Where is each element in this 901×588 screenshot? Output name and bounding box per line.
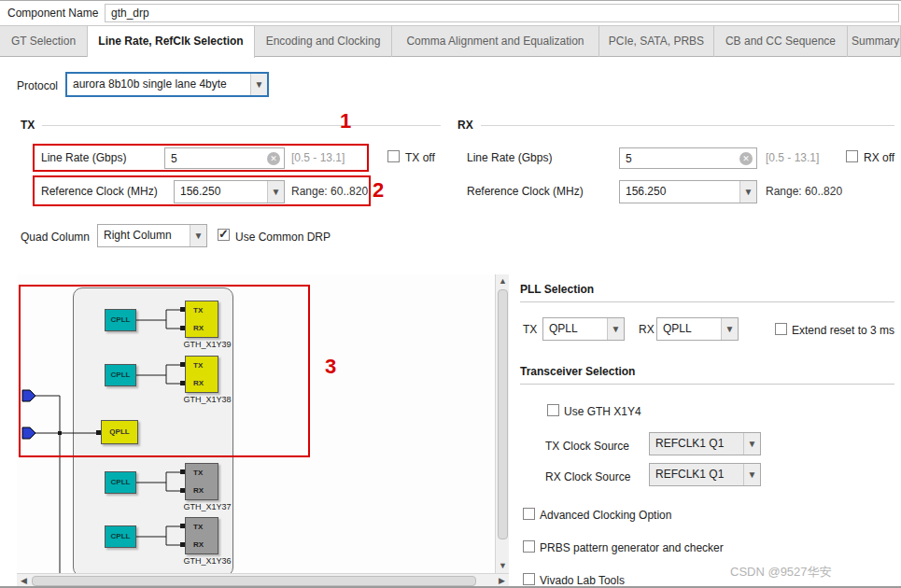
use-common-drp-checkbox[interactable] [218, 229, 230, 241]
gth-lane-label: GTH_X1Y36 [174, 556, 241, 566]
scroll-up-icon[interactable]: ▲ [496, 274, 510, 288]
txrx-block-active[interactable]: TX RX [185, 356, 218, 393]
chevron-down-icon: ▼ [250, 74, 267, 95]
extend-reset-checkbox[interactable] [775, 323, 787, 335]
clear-icon[interactable]: ✕ [739, 152, 753, 165]
chevron-down-icon: ▼ [743, 464, 760, 485]
clear-icon[interactable]: ✕ [267, 152, 280, 165]
tab-encoding-clocking[interactable]: Encoding and Clocking [255, 26, 392, 57]
tx-off-label: TX off [405, 151, 435, 164]
txrx-block-active[interactable]: TX RX [185, 301, 218, 338]
rx-off-checkbox[interactable] [846, 150, 858, 162]
tx-clock-source-label: TX Clock Source [545, 440, 629, 453]
rx-refclk-value: 156.250 [620, 181, 739, 203]
divider [42, 125, 441, 126]
tx-refclk-value: 156.250 [175, 181, 267, 203]
rx-refclk-label: Reference Clock (MHz) [467, 185, 584, 198]
refclk-input-arrow-icons [22, 390, 35, 439]
scroll-right-icon[interactable]: ▶ [495, 574, 509, 588]
prbs-label: PRBS pattern generator and checker [540, 541, 724, 554]
scroll-down-icon[interactable]: ▼ [496, 559, 510, 573]
chevron-down-icon: ▼ [607, 318, 624, 340]
protocol-value: aurora 8b10b single lane 4byte [67, 74, 250, 95]
rx-refclk-select[interactable]: 156.250 ▼ [619, 180, 757, 203]
cpll-block[interactable]: CPLL [105, 309, 136, 331]
chevron-down-icon: ▼ [739, 181, 756, 203]
vivado-lab-tools-checkbox[interactable] [523, 573, 535, 585]
tx-port-label: TX [193, 469, 203, 477]
rx-port-label: RX [193, 379, 204, 387]
cpll-block[interactable]: CPLL [105, 364, 136, 386]
quad-column-select[interactable]: Right Column ▼ [97, 224, 207, 247]
use-gth-checkbox[interactable] [547, 404, 559, 416]
tx-line-rate-input[interactable]: 5 ✕ [164, 147, 285, 169]
tab-line-rate-refclk[interactable]: Line Rate, RefClk Selection [88, 26, 255, 58]
rx-section-title: RX [458, 119, 473, 132]
tx-port-label: TX [193, 523, 203, 531]
advanced-clocking-checkbox[interactable] [523, 508, 535, 520]
quad-diagram-canvas[interactable]: CPLL TX RX GTH_X1Y39 CPLL TX RX GTH_X1Y3… [17, 274, 495, 573]
extend-reset-label: Extend reset to 3 ms [792, 324, 894, 337]
txrx-block-inactive[interactable]: TX RX [185, 463, 218, 500]
quad-diagram: CPLL TX RX GTH_X1Y39 CPLL TX RX GTH_X1Y3… [17, 274, 509, 587]
annotation-number-3: 3 [325, 355, 336, 379]
tx-clock-source-select[interactable]: REFCLK1 Q1 ▼ [649, 432, 761, 455]
gth-lane-label: GTH_X1Y37 [174, 502, 241, 511]
pll-selection-title: PLL Selection [520, 283, 894, 302]
tx-refclk-select[interactable]: 156.250 ▼ [174, 180, 285, 203]
vivado-lab-tools-label: Vivado Lab Tools [540, 574, 625, 587]
component-name-bar: Component Name gth_drp [0, 1, 901, 26]
divider [481, 125, 894, 126]
component-name-label: Component Name [7, 7, 98, 20]
pll-tx-label: TX [523, 323, 537, 336]
gth-lane-label: GTH_X1Y38 [174, 395, 241, 404]
rx-line-rate-input[interactable]: 5 ✕ [619, 147, 757, 169]
scroll-left-icon[interactable]: ◀ [17, 574, 31, 588]
gth-lane-label: GTH_X1Y39 [174, 340, 241, 349]
chevron-down-icon: ▼ [190, 225, 206, 246]
quad-column-label: Quad Column [21, 231, 90, 244]
rx-refclk-range: Range: 60..820 [766, 185, 842, 198]
tx-clock-source-value: REFCLK1 Q1 [650, 433, 743, 455]
tx-line-rate-label: Line Rate (Gbps) [41, 151, 126, 164]
vertical-scrollbar[interactable]: ▲ ▼ [495, 274, 509, 573]
txrx-block-inactive[interactable]: TX RX [185, 517, 218, 554]
cpll-block[interactable]: CPLL [105, 471, 136, 494]
transceiver-selection-title: Transceiver Selection [520, 365, 894, 385]
protocol-label: Protocol [17, 79, 58, 92]
quad-column-value: Right Column [98, 225, 190, 246]
tx-section-header: TX [21, 119, 441, 132]
horizontal-scrollbar[interactable]: ◀ ▶ [17, 573, 509, 587]
tab-summary[interactable]: Summary [848, 26, 901, 57]
watermark: CSDN @9527华安 [730, 564, 832, 581]
pll-rx-select[interactable]: QPLL ▼ [656, 317, 739, 341]
pll-tx-select[interactable]: QPLL ▼ [542, 317, 625, 341]
rx-off-label: RX off [864, 151, 894, 164]
pll-tx-value: QPLL [543, 318, 607, 340]
rx-port-label: RX [193, 540, 204, 549]
component-name-input[interactable]: gth_drp [105, 4, 899, 22]
vertical-scroll-thumb[interactable] [498, 289, 508, 539]
gt-wizard-window: Component Name gth_drp GT Selection Line… [0, 0, 901, 588]
rx-line-rate-range: [0.5 - 13.1] [766, 151, 819, 164]
protocol-select[interactable]: aurora 8b10b single lane 4byte ▼ [65, 72, 269, 97]
chevron-down-icon: ▼ [267, 181, 284, 203]
tx-port-label: TX [193, 306, 203, 315]
tab-cb-cc-sequence[interactable]: CB and CC Sequence [714, 26, 848, 57]
use-common-drp-label: Use Common DRP [235, 231, 331, 244]
tab-comma-alignment[interactable]: Comma Alignment and Equalization [392, 26, 599, 57]
horizontal-scroll-thumb[interactable] [32, 576, 476, 586]
rx-clock-source-select[interactable]: REFCLK1 Q1 ▼ [649, 463, 761, 486]
pll-rx-label: RX [639, 323, 655, 336]
tab-gt-selection[interactable]: GT Selection [0, 26, 88, 57]
prbs-checkbox[interactable] [523, 540, 535, 553]
rx-line-rate-value: 5 [626, 152, 739, 165]
tx-port-label: TX [193, 361, 203, 370]
cpll-block[interactable]: CPLL [105, 525, 136, 548]
advanced-clocking-label: Advanced Clocking Option [540, 509, 671, 522]
tx-off-checkbox[interactable] [387, 150, 400, 162]
qpll-block[interactable]: QPLL [101, 420, 138, 444]
rx-port-label: RX [193, 486, 204, 495]
tab-pcie-sata-prbs[interactable]: PCIe, SATA, PRBS [599, 26, 714, 57]
annotation-number-1: 1 [340, 109, 351, 133]
